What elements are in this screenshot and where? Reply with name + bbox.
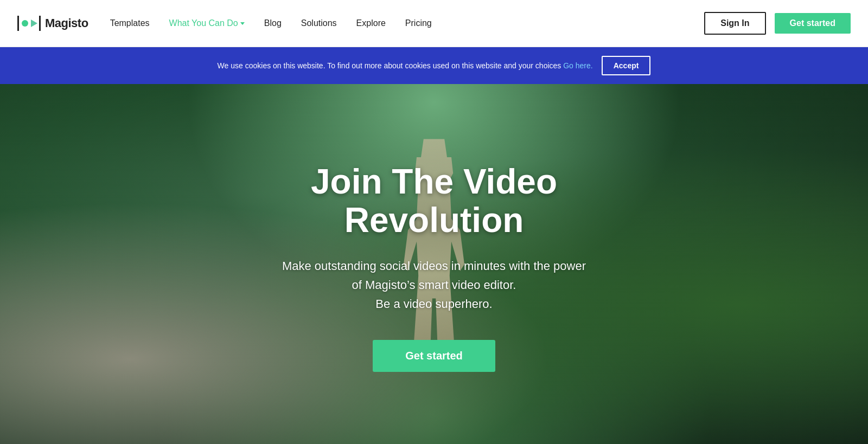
chevron-down-icon <box>240 22 245 25</box>
navbar: Magisto Templates What You Can Do Blog S… <box>0 0 868 47</box>
nav-link-templates[interactable]: Templates <box>110 18 150 28</box>
nav-link-pricing[interactable]: Pricing <box>405 18 432 28</box>
cookie-accept-button[interactable]: Accept <box>602 56 651 75</box>
nav-links: Templates What You Can Do Blog Solutions… <box>110 18 705 28</box>
hero-content: Join The Video Revolution Make outstandi… <box>217 163 651 371</box>
hero-subtitle: Make outstanding social videos in minute… <box>228 256 640 314</box>
logo[interactable]: Magisto <box>17 16 88 31</box>
brand-name: Magisto <box>45 16 88 30</box>
nav-link-explore[interactable]: Explore <box>356 18 386 28</box>
hero-get-started-button[interactable]: Get started <box>373 340 495 372</box>
cookie-go-here-link[interactable]: Go here. <box>563 61 592 70</box>
cookie-message: We use cookies on this website. To find … <box>218 61 593 70</box>
logo-play-icon <box>31 20 37 27</box>
logo-bar-right <box>39 16 41 31</box>
hero-title: Join The Video Revolution <box>228 163 640 239</box>
nav-link-blog[interactable]: Blog <box>264 18 282 28</box>
hero-section: Join The Video Revolution Make outstandi… <box>0 84 868 444</box>
nav-actions: Sign In Get started <box>704 12 851 35</box>
cookie-banner: We use cookies on this website. To find … <box>0 47 868 84</box>
nav-link-what-you-can-do[interactable]: What You Can Do <box>169 18 245 28</box>
signin-button[interactable]: Sign In <box>704 12 765 35</box>
nav-link-solutions[interactable]: Solutions <box>301 18 337 28</box>
logo-icon <box>17 16 41 31</box>
logo-bar-left <box>17 16 19 31</box>
logo-dot-circle <box>22 20 28 27</box>
get-started-nav-button[interactable]: Get started <box>775 13 851 34</box>
